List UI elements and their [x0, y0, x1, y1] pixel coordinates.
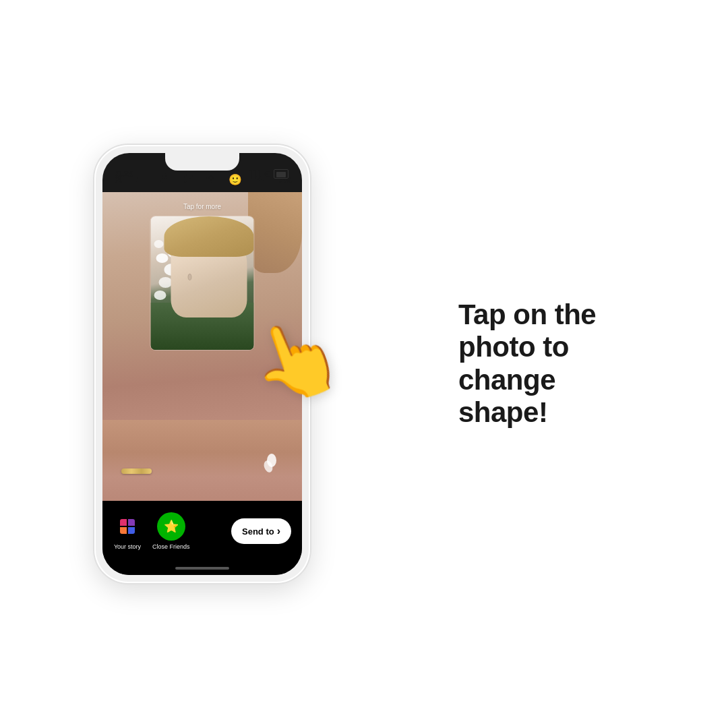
tap-label: Tap for more	[183, 203, 221, 210]
flower-hand	[262, 454, 282, 481]
instruction-line4: shape!	[458, 396, 674, 429]
ig-grid-icon	[120, 519, 135, 534]
ig-cell-orange	[120, 527, 127, 534]
inner-photo-content	[151, 216, 254, 350]
earring	[188, 274, 192, 280]
hair	[164, 216, 254, 257]
battery-icon	[274, 169, 289, 179]
ig-cell-purple	[128, 519, 135, 526]
your-story-option[interactable]: Your story	[113, 512, 142, 550]
home-bar	[175, 567, 229, 570]
inner-photo[interactable]	[150, 216, 255, 351]
instruction-line2: photo to	[458, 332, 674, 364]
ig-cell-blue	[128, 527, 135, 534]
bracelet	[121, 468, 152, 474]
close-friends-option[interactable]: ⭐ Close Friends	[152, 512, 190, 550]
bottom-bar: Your story ⭐ Close Friends Send to ›	[102, 501, 302, 562]
send-to-label: Send to	[242, 526, 274, 537]
flower-5	[154, 240, 164, 248]
home-indicator	[102, 562, 302, 575]
flower-1	[156, 253, 169, 263]
arm-bottom	[102, 420, 302, 501]
status-icons: ▌▌▌ ☉	[249, 169, 289, 179]
close-friends-label: Close Friends	[152, 543, 190, 550]
arm-top	[248, 192, 302, 273]
star-icon: ⭐	[164, 519, 179, 534]
wifi-icon: ☉	[264, 170, 271, 179]
send-to-button[interactable]: Send to ›	[231, 518, 291, 544]
status-time: 9:25	[116, 169, 133, 179]
story-content[interactable]: Tap for more	[102, 192, 302, 501]
phone-screen: 9:25 ▌▌▌ ☉ ✕	[102, 153, 302, 575]
ig-cell-red	[120, 519, 127, 526]
flower-6	[154, 291, 166, 300]
page-container: 9:25 ▌▌▌ ☉ ✕	[0, 0, 728, 728]
instruction-text: Tap on the photo to change shape!	[458, 299, 674, 429]
signal-icon: ▌▌▌	[249, 171, 262, 178]
status-bar: 9:25 ▌▌▌ ☉	[102, 153, 302, 183]
instruction-line3: change	[458, 364, 674, 396]
chevron-icon: ›	[277, 525, 280, 537]
your-story-icon[interactable]	[113, 512, 142, 541]
instruction-line1: Tap on the	[458, 299, 674, 331]
your-story-label: Your story	[114, 543, 141, 550]
close-friends-icon[interactable]: ⭐	[157, 512, 185, 541]
phone-mockup: 9:25 ▌▌▌ ☉ ✕	[94, 145, 310, 583]
flower-4	[159, 277, 173, 288]
